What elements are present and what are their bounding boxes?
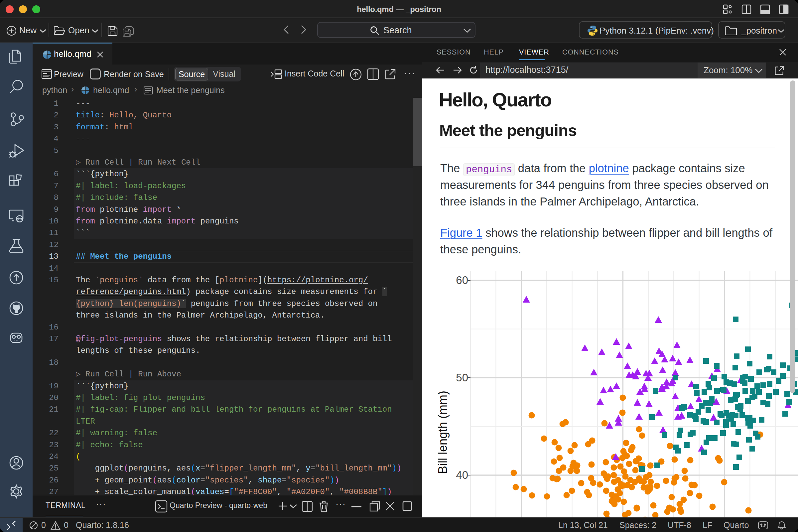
svg-text:50: 50 (456, 372, 468, 384)
svg-text:60: 60 (456, 274, 468, 286)
svg-text:40: 40 (456, 469, 468, 481)
svg-text:Bill length (mm): Bill length (mm) (436, 391, 450, 474)
